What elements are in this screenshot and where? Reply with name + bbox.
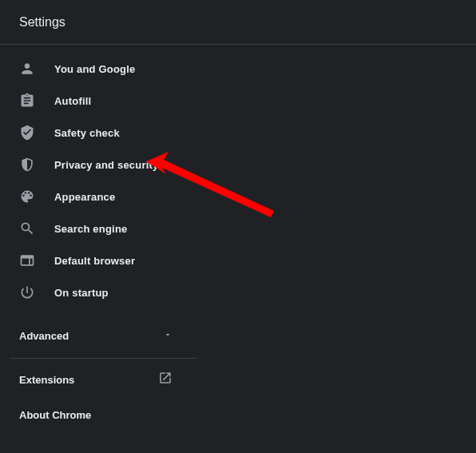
chevron-down-icon	[163, 328, 173, 343]
external-link-icon	[158, 371, 173, 388]
titlebar: Settings	[0, 0, 476, 45]
divider	[10, 358, 196, 359]
settings-menu: You and Google Autofill Safety check Pri…	[0, 53, 204, 308]
page-title: Settings	[19, 15, 65, 30]
sidebar-item-default-browser[interactable]: Default browser	[0, 244, 204, 276]
sidebar-link-label: About Chrome	[19, 409, 91, 421]
verified-shield-icon	[19, 125, 35, 141]
sidebar-item-label: On startup	[54, 287, 109, 299]
palette-icon	[19, 189, 35, 205]
sidebar-item-autofill[interactable]: Autofill	[0, 85, 204, 117]
person-icon	[19, 61, 35, 77]
sidebar-link-about[interactable]: About Chrome	[0, 397, 192, 432]
settings-sidebar: You and Google Autofill Safety check Pri…	[0, 45, 204, 432]
sidebar-item-on-startup[interactable]: On startup	[0, 276, 204, 308]
advanced-label: Advanced	[19, 330, 69, 342]
advanced-toggle[interactable]: Advanced	[0, 320, 192, 352]
sidebar-item-you-and-google[interactable]: You and Google	[0, 53, 204, 85]
sidebar-item-label: Privacy and security	[54, 159, 158, 171]
clipboard-icon	[19, 93, 35, 109]
sidebar-item-search-engine[interactable]: Search engine	[0, 213, 204, 244]
sidebar-link-extensions[interactable]: Extensions	[0, 362, 192, 397]
power-icon	[19, 284, 35, 300]
sidebar-item-appearance[interactable]: Appearance	[0, 181, 204, 213]
sidebar-item-label: Safety check	[54, 127, 120, 139]
search-icon	[19, 221, 35, 236]
sidebar-item-label: Appearance	[54, 191, 115, 203]
sidebar-link-label: Extensions	[19, 374, 74, 386]
sidebar-item-label: Autofill	[54, 95, 91, 107]
sidebar-item-label: Search engine	[54, 223, 127, 235]
browser-window-icon	[19, 252, 35, 268]
sidebar-item-safety-check[interactable]: Safety check	[0, 117, 204, 149]
sidebar-item-privacy-security[interactable]: Privacy and security	[0, 149, 204, 181]
sidebar-item-label: Default browser	[54, 255, 135, 267]
sidebar-item-label: You and Google	[54, 63, 136, 75]
shield-icon	[19, 157, 35, 173]
